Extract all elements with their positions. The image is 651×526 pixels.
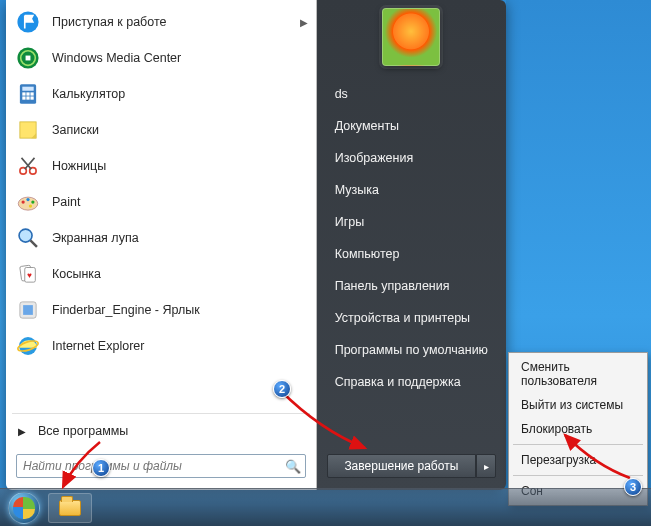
calc-icon [14, 80, 42, 108]
power-menu-log-off[interactable]: Выйти из системы [511, 393, 645, 417]
program-label: Приступая к работе [52, 15, 300, 29]
places-item-computer[interactable]: Компьютер [319, 238, 504, 270]
places-item-games[interactable]: Игры [319, 206, 504, 238]
all-programs-label: Все программы [38, 424, 128, 438]
program-label: Paint [52, 195, 308, 209]
program-label: Экранная лупа [52, 231, 308, 245]
program-label: Finderbar_Engine - Ярлык [52, 303, 308, 317]
svg-rect-7 [26, 92, 29, 95]
paint-icon [14, 188, 42, 216]
program-item-getting-started[interactable]: Приступая к работе ▶ [8, 4, 314, 40]
svg-rect-25 [23, 305, 33, 315]
program-item-finderbar-shortcut[interactable]: Finderbar_Engine - Ярлык [8, 292, 314, 328]
program-label: Ножницы [52, 159, 308, 173]
places-item-devices-printers[interactable]: Устройства и принтеры [319, 302, 504, 334]
program-label: Косынка [52, 267, 308, 281]
svg-rect-8 [30, 92, 33, 95]
program-item-magnifier[interactable]: Экранная лупа [8, 220, 314, 256]
separator [12, 413, 310, 414]
svg-point-17 [26, 198, 29, 201]
program-item-snipping-tool[interactable]: Ножницы [8, 148, 314, 184]
annotation-badge-1: 1 [92, 459, 110, 477]
scissors-icon [14, 152, 42, 180]
places-item-documents[interactable]: Документы [319, 110, 504, 142]
shutdown-options-button[interactable]: ▸ [476, 454, 496, 478]
svg-point-18 [31, 200, 34, 203]
svg-text:♥: ♥ [27, 271, 32, 280]
chevron-right-icon: ▶ [18, 426, 26, 437]
cards-icon: ♥ [14, 260, 42, 288]
places-item-music[interactable]: Музыка [319, 174, 504, 206]
svg-rect-10 [26, 96, 29, 99]
windows-logo-icon [8, 492, 40, 524]
program-item-paint[interactable]: Paint [8, 184, 314, 220]
places-item-pictures[interactable]: Изображения [319, 142, 504, 174]
shutdown-area: Завершение работы ▸ [317, 446, 506, 490]
note-icon [14, 116, 42, 144]
folder-icon [59, 500, 81, 516]
search-input[interactable] [17, 459, 281, 473]
program-label: Калькулятор [52, 87, 308, 101]
annotation-badge-2: 2 [273, 380, 291, 398]
menu-separator [513, 444, 643, 445]
program-item-internet-explorer[interactable]: Internet Explorer [8, 328, 314, 364]
power-menu-switch-user[interactable]: Сменить пользователя [511, 355, 645, 393]
flag-icon [14, 8, 42, 36]
svg-rect-5 [22, 87, 33, 91]
search-area: 🔍 [6, 444, 316, 490]
start-menu: Приступая к работе ▶ Windows Media Cente… [6, 0, 506, 490]
places-item-help-support[interactable]: Справка и поддержка [319, 366, 504, 398]
svg-rect-3 [26, 56, 31, 61]
user-picture[interactable] [382, 8, 440, 66]
places-item-control-panel[interactable]: Панель управления [319, 270, 504, 302]
svg-point-16 [22, 200, 25, 203]
program-item-solitaire[interactable]: ♥ Косынка [8, 256, 314, 292]
magnifier-icon [14, 224, 42, 252]
search-icon[interactable]: 🔍 [281, 459, 305, 474]
svg-rect-6 [22, 92, 25, 95]
power-menu-restart[interactable]: Перезагрузка [511, 448, 645, 472]
program-label: Записки [52, 123, 308, 137]
places-item-default-programs[interactable]: Программы по умолчанию [319, 334, 504, 366]
svg-point-20 [19, 229, 32, 242]
generic-icon [14, 296, 42, 324]
program-item-calculator[interactable]: Калькулятор [8, 76, 314, 112]
shutdown-button[interactable]: Завершение работы [327, 454, 476, 478]
annotation-badge-3: 3 [624, 478, 642, 496]
start-button[interactable] [4, 491, 44, 525]
places-item-user-folder[interactable]: ds [319, 78, 504, 110]
places-list: dsДокументыИзображенияМузыкаИгрыКомпьюте… [317, 78, 506, 446]
chevron-right-icon: ▶ [300, 17, 308, 28]
program-list: Приступая к работе ▶ Windows Media Cente… [6, 0, 316, 409]
start-menu-right-pane: dsДокументыИзображенияМузыкаИгрыКомпьюте… [317, 0, 506, 490]
program-item-media-center[interactable]: Windows Media Center [8, 40, 314, 76]
svg-point-19 [29, 204, 32, 207]
wmc-icon [14, 44, 42, 72]
svg-rect-9 [22, 96, 25, 99]
start-menu-left-pane: Приступая к работе ▶ Windows Media Cente… [6, 0, 317, 490]
all-programs[interactable]: ▶ Все программы [6, 418, 316, 444]
search-box[interactable]: 🔍 [16, 454, 306, 478]
ie-icon [14, 332, 42, 360]
svg-rect-11 [30, 96, 33, 99]
program-item-sticky-notes[interactable]: Записки [8, 112, 314, 148]
menu-separator [513, 475, 643, 476]
program-label: Internet Explorer [52, 339, 308, 353]
program-label: Windows Media Center [52, 51, 308, 65]
taskbar-pinned-explorer[interactable] [48, 493, 92, 523]
taskbar [0, 488, 651, 526]
power-menu-lock[interactable]: Блокировать [511, 417, 645, 441]
